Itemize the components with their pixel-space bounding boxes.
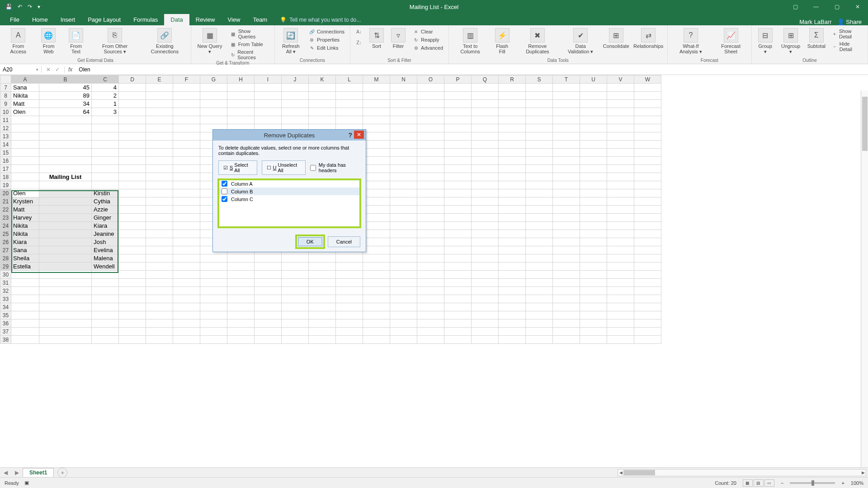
cell-V8[interactable] — [607, 92, 634, 100]
cell-Q17[interactable] — [472, 165, 499, 173]
cell-V22[interactable] — [607, 206, 634, 214]
cell-S17[interactable] — [526, 165, 553, 173]
cell-Q19[interactable] — [472, 181, 499, 189]
cell-T26[interactable] — [553, 238, 580, 246]
cell-C33[interactable] — [92, 295, 119, 303]
cell-F17[interactable] — [173, 165, 200, 173]
cell-W15[interactable] — [634, 149, 661, 157]
cell-R21[interactable] — [499, 197, 526, 206]
cell-E9[interactable] — [146, 100, 173, 108]
cell-O8[interactable] — [417, 92, 444, 100]
cell-Q37[interactable] — [472, 328, 499, 336]
cell-A16[interactable] — [11, 157, 39, 165]
what-if-button[interactable]: ?What-If Analysis ▾ — [671, 27, 711, 55]
cell-N32[interactable] — [390, 287, 417, 295]
cell-R23[interactable] — [499, 214, 526, 222]
cell-M28[interactable] — [363, 254, 390, 263]
cell-D24[interactable] — [119, 222, 146, 230]
cell-V31[interactable] — [607, 279, 634, 287]
cell-C36[interactable] — [92, 319, 119, 328]
cell-N22[interactable] — [390, 206, 417, 214]
cell-K31[interactable] — [309, 279, 336, 287]
col-header-C[interactable]: C — [92, 75, 119, 84]
cell-N27[interactable] — [390, 246, 417, 254]
cell-P18[interactable] — [444, 173, 472, 181]
col-header-V[interactable]: V — [607, 75, 634, 84]
cell-M26[interactable] — [363, 238, 390, 246]
cell-W17[interactable] — [634, 165, 661, 173]
cell-N14[interactable] — [390, 141, 417, 149]
cell-G7[interactable] — [200, 84, 227, 92]
cell-D7[interactable] — [119, 84, 146, 92]
cell-S20[interactable] — [526, 189, 553, 197]
recent-sources-button[interactable]: ↻Recent Sources — [228, 49, 271, 61]
cell-N13[interactable] — [390, 132, 417, 141]
cell-S8[interactable] — [526, 92, 553, 100]
cell-T10[interactable] — [553, 108, 580, 116]
redo-icon[interactable]: ↷ — [28, 4, 32, 10]
tab-page-layout[interactable]: Page Layout — [81, 14, 127, 25]
cell-O11[interactable] — [417, 116, 444, 124]
cell-N19[interactable] — [390, 181, 417, 189]
cell-B11[interactable] — [39, 116, 92, 124]
row-header-15[interactable]: 15 — [0, 149, 11, 157]
cell-G36[interactable] — [200, 319, 227, 328]
cell-H9[interactable] — [227, 100, 255, 108]
row-header-19[interactable]: 19 — [0, 181, 11, 189]
cell-S21[interactable] — [526, 197, 553, 206]
row-header-10[interactable]: 10 — [0, 108, 11, 116]
ribbon-options-icon[interactable]: ▢ — [785, 0, 806, 14]
cell-B14[interactable] — [39, 141, 92, 149]
cell-U15[interactable] — [580, 149, 607, 157]
cell-B8[interactable]: 89 — [39, 92, 92, 100]
cell-E13[interactable] — [146, 132, 173, 141]
cell-M33[interactable] — [363, 295, 390, 303]
cell-O27[interactable] — [417, 246, 444, 254]
cell-L11[interactable] — [336, 116, 363, 124]
cell-J32[interactable] — [282, 287, 309, 295]
cell-E29[interactable] — [146, 263, 173, 271]
tell-me-search[interactable]: 💡Tell me what you want to do... — [274, 14, 367, 25]
cell-D33[interactable] — [119, 295, 146, 303]
cell-K28[interactable] — [309, 254, 336, 263]
cell-V13[interactable] — [607, 132, 634, 141]
cell-D12[interactable] — [119, 124, 146, 132]
cell-Q20[interactable] — [472, 189, 499, 197]
cell-Q9[interactable] — [472, 100, 499, 108]
cell-W24[interactable] — [634, 222, 661, 230]
cell-P34[interactable] — [444, 303, 472, 311]
cell-S28[interactable] — [526, 254, 553, 263]
cell-M24[interactable] — [363, 222, 390, 230]
cell-M38[interactable] — [363, 336, 390, 344]
cell-S7[interactable] — [526, 84, 553, 92]
cell-K29[interactable] — [309, 263, 336, 271]
cell-R18[interactable] — [499, 173, 526, 181]
cell-C19[interactable] — [92, 181, 119, 189]
cell-C11[interactable] — [92, 116, 119, 124]
col-header-R[interactable]: R — [499, 75, 526, 84]
cell-Q7[interactable] — [472, 84, 499, 92]
row-header-11[interactable]: 11 — [0, 116, 11, 124]
row-header-28[interactable]: 28 — [0, 254, 11, 263]
cell-P15[interactable] — [444, 149, 472, 157]
cell-H36[interactable] — [227, 319, 255, 328]
cell-D16[interactable] — [119, 157, 146, 165]
cell-S32[interactable] — [526, 287, 553, 295]
cell-L34[interactable] — [336, 303, 363, 311]
cell-P35[interactable] — [444, 311, 472, 319]
cell-N30[interactable] — [390, 271, 417, 279]
cell-N18[interactable] — [390, 173, 417, 181]
cell-B10[interactable]: 64 — [39, 108, 92, 116]
cell-E25[interactable] — [146, 230, 173, 238]
cell-K11[interactable] — [309, 116, 336, 124]
cell-N16[interactable] — [390, 157, 417, 165]
cell-T21[interactable] — [553, 197, 580, 206]
tab-formulas[interactable]: Formulas — [127, 14, 164, 25]
cell-R8[interactable] — [499, 92, 526, 100]
cell-T17[interactable] — [553, 165, 580, 173]
horizontal-scrollbar[interactable]: ◀ ▶ — [618, 469, 866, 476]
fx-icon[interactable]: fx — [65, 66, 76, 73]
show-detail-button[interactable]: +Show Detail — [830, 28, 864, 40]
cell-Q25[interactable] — [472, 230, 499, 238]
cell-T9[interactable] — [553, 100, 580, 108]
